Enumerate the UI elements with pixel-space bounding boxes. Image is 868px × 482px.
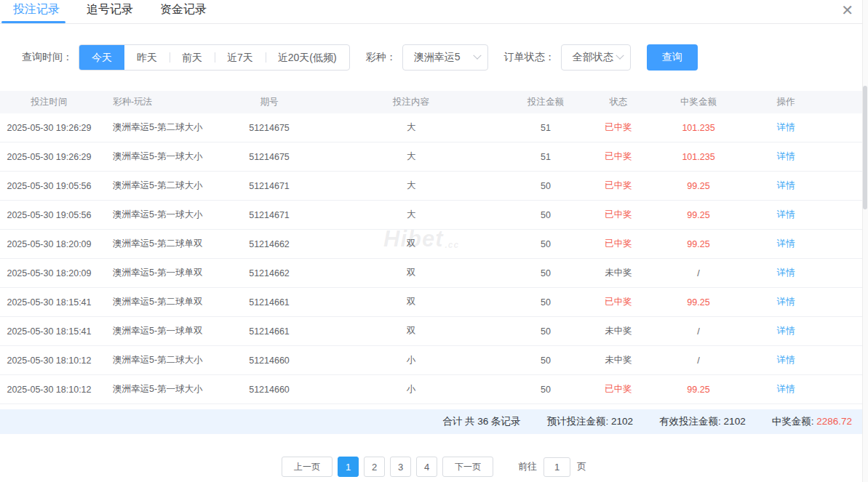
time-option-7days[interactable]: 近7天 <box>215 45 266 70</box>
tab-fund-records[interactable]: 资金记录 <box>160 0 207 23</box>
summary-prize: 中奖金额: 2286.72 <box>772 415 852 428</box>
goto-page-input[interactable] <box>544 457 570 477</box>
cell-action: 详情 <box>742 238 829 250</box>
cell-bet-amount: 50 <box>509 297 582 308</box>
cell-status: 已中奖 <box>582 383 655 395</box>
time-option-day-before[interactable]: 前天 <box>170 45 215 70</box>
cell-issue-number: 51214671 <box>226 210 313 220</box>
cell-status: 未中奖 <box>582 267 655 279</box>
time-option-20days[interactable]: 近20天(低频) <box>266 45 349 70</box>
detail-link[interactable]: 详情 <box>777 180 795 190</box>
cell-bet-time: 2025-05-30 19:26:29 <box>0 152 98 162</box>
summary-prize-value: 2286.72 <box>816 416 852 427</box>
cell-prize-amount: 99.25 <box>655 210 742 220</box>
detail-link[interactable]: 详情 <box>777 355 795 365</box>
cell-status: 未中奖 <box>582 325 655 337</box>
cell-game-play: 澳洲幸运5-第二球大小 <box>98 180 226 192</box>
cell-bet-content: 大 <box>313 150 509 163</box>
cell-prize-amount: 99.25 <box>655 239 742 249</box>
detail-link[interactable]: 详情 <box>777 384 795 394</box>
cell-issue-number: 51214675 <box>226 152 313 162</box>
page-button-1[interactable]: 1 <box>338 457 359 477</box>
cell-action: 详情 <box>742 354 829 366</box>
cell-game-play: 澳洲幸运5-第一球大小 <box>98 209 226 221</box>
tab-bar: 投注记录 追号记录 资金记录 ✕ <box>0 0 868 24</box>
col-bet-content: 投注内容 <box>313 96 509 108</box>
tab-chase-records[interactable]: 追号记录 <box>87 0 133 23</box>
cell-bet-content: 双 <box>313 325 509 337</box>
next-page-button[interactable]: 下一页 <box>442 457 493 477</box>
goto-page: 前往 页 <box>518 457 586 477</box>
table-header: 投注时间 彩种-玩法 期号 投注内容 投注金额 状态 中奖金额 操作 <box>0 91 862 113</box>
detail-link[interactable]: 详情 <box>777 238 795 249</box>
cell-bet-amount: 50 <box>509 181 582 191</box>
lottery-select[interactable]: 澳洲幸运5 <box>402 44 488 71</box>
cell-action: 详情 <box>742 180 829 192</box>
table-row: 2025-05-30 19:05:56澳洲幸运5-第一球大小51214671大5… <box>0 201 862 230</box>
tab-bet-records[interactable]: 投注记录 <box>13 0 60 23</box>
detail-link[interactable]: 详情 <box>777 122 795 132</box>
cell-game-play: 澳洲幸运5-第二球大小 <box>98 121 226 134</box>
cell-bet-amount: 50 <box>509 210 582 220</box>
detail-link[interactable]: 详情 <box>777 297 795 307</box>
order-status-select-value: 全部状态 <box>573 51 613 64</box>
table-row: 2025-05-30 18:20:09澳洲幸运5-第二球单双51214662双5… <box>0 230 862 259</box>
close-icon[interactable]: ✕ <box>841 1 853 19</box>
summary-valid-bet: 有效投注金额: 2102 <box>659 415 746 428</box>
col-action: 操作 <box>742 96 829 108</box>
col-bet-time: 投注时间 <box>0 96 98 108</box>
detail-link[interactable]: 详情 <box>777 151 795 161</box>
lottery-select-value: 澳洲幸运5 <box>414 51 461 64</box>
cell-bet-content: 大 <box>313 180 509 192</box>
page-button-3[interactable]: 3 <box>390 457 411 477</box>
detail-link[interactable]: 详情 <box>777 209 795 220</box>
cell-action: 详情 <box>742 296 829 308</box>
cell-prize-amount: / <box>655 268 742 278</box>
cell-action: 详情 <box>742 209 829 221</box>
table-row: 2025-05-30 18:15:41澳洲幸运5-第一球单双51214661双5… <box>0 317 862 346</box>
cell-action: 详情 <box>742 325 829 337</box>
scrollbar-thumb[interactable] <box>863 86 867 209</box>
detail-link[interactable]: 详情 <box>777 268 795 278</box>
goto-label: 前往 <box>518 460 537 473</box>
cell-bet-time: 2025-05-30 18:20:09 <box>0 268 98 278</box>
cell-bet-amount: 50 <box>509 356 582 366</box>
cell-bet-time: 2025-05-30 18:15:41 <box>0 297 98 308</box>
cell-bet-amount: 50 <box>509 268 582 278</box>
detail-link[interactable]: 详情 <box>777 326 795 336</box>
prev-page-button[interactable]: 上一页 <box>282 457 333 477</box>
cell-status: 已中奖 <box>582 150 655 163</box>
table-row: 2025-05-30 18:15:41澳洲幸运5-第二球单双51214661双5… <box>0 288 862 317</box>
time-range-group: 今天 昨天 前天 近7天 近20天(低频) <box>79 44 350 71</box>
cell-bet-content: 小 <box>313 354 509 366</box>
col-bet-amount: 投注金额 <box>509 96 582 108</box>
cell-game-play: 澳洲幸运5-第一球大小 <box>98 150 226 163</box>
cell-status: 已中奖 <box>582 238 655 250</box>
time-option-today[interactable]: 今天 <box>79 44 124 71</box>
cell-game-play: 澳洲幸运5-第二球大小 <box>98 354 226 366</box>
cell-prize-amount: 101.235 <box>655 123 742 133</box>
cell-bet-time: 2025-05-30 18:20:09 <box>0 239 98 249</box>
search-button[interactable]: 查询 <box>647 44 698 71</box>
table-row: 2025-05-30 18:10:12澳洲幸运5-第二球大小51214660小5… <box>0 346 862 375</box>
cell-bet-content: 大 <box>313 121 509 134</box>
cell-bet-time: 2025-05-30 18:10:12 <box>0 356 98 366</box>
cell-issue-number: 51214671 <box>226 181 313 191</box>
col-game-play: 彩种-玩法 <box>98 96 226 108</box>
cell-status: 未中奖 <box>582 354 655 366</box>
cell-action: 详情 <box>742 121 829 134</box>
page-number-list: 1234 <box>333 457 437 477</box>
cell-bet-amount: 51 <box>509 152 582 162</box>
time-option-yesterday[interactable]: 昨天 <box>124 45 170 70</box>
cell-action: 详情 <box>742 267 829 279</box>
cell-prize-amount: 99.25 <box>655 297 742 308</box>
cell-bet-time: 2025-05-30 18:15:41 <box>0 326 98 337</box>
vertical-scrollbar[interactable] <box>862 0 868 482</box>
table-row: 2025-05-30 19:26:29澳洲幸运5-第一球大小51214675大5… <box>0 142 862 172</box>
cell-bet-content: 双 <box>313 296 509 308</box>
page-button-4[interactable]: 4 <box>416 457 437 477</box>
order-status-select[interactable]: 全部状态 <box>561 44 631 71</box>
table-body: 2025-05-30 19:26:29澳洲幸运5-第二球大小51214675大5… <box>0 113 862 404</box>
cell-bet-content: 双 <box>313 238 509 250</box>
page-button-2[interactable]: 2 <box>364 457 385 477</box>
